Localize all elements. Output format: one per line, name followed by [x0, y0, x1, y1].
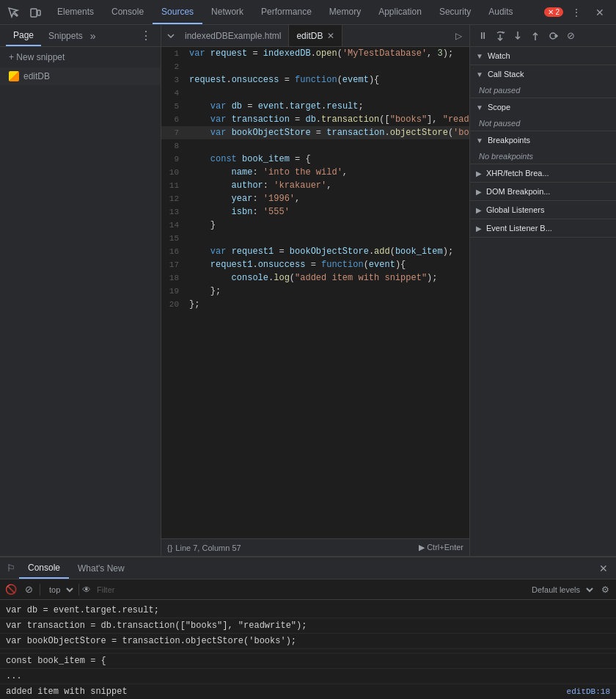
snippet-icon	[9, 71, 19, 81]
section-global: ▶ Global Listeners	[470, 201, 616, 219]
code-line-11: 11 author: 'krakauer',	[161, 179, 469, 192]
tab-audits[interactable]: Audits	[480, 0, 521, 24]
console-output[interactable]: var db = event.target.result; var transa…	[0, 600, 616, 699]
snippet-item-editdb[interactable]: editDB	[0, 67, 161, 85]
file-tab-label: indexedDBExample.html	[185, 31, 281, 41]
console-stop-button[interactable]: ⊘	[21, 582, 37, 598]
file-tab-nav-icon[interactable]	[164, 29, 177, 43]
global-label: Global Listeners	[486, 205, 545, 214]
section-scope-header[interactable]: ▼ Scope	[470, 98, 616, 116]
step-into-button[interactable]	[510, 28, 526, 44]
dom-label: DOM Breakpoin...	[486, 187, 550, 196]
code-line-19: 19 };	[161, 285, 469, 298]
tab-security[interactable]: Security	[430, 0, 480, 24]
tab-elements[interactable]: Elements	[48, 0, 103, 24]
code-line-12: 12 year: '1996',	[161, 192, 469, 205]
code-line-18: 18 console.log("added item with snippet"…	[161, 271, 469, 285]
main-tabs: Elements Console Sources Network Perform…	[48, 0, 538, 24]
format-icon[interactable]: {}	[167, 544, 172, 552]
more-tools-icon[interactable]: ⋮	[566, 2, 587, 23]
step-over-button[interactable]	[492, 28, 508, 44]
tab-application[interactable]: Application	[370, 0, 430, 24]
section-xhr-header[interactable]: ▶ XHR/fetch Brea...	[470, 164, 616, 182]
section-dom-header[interactable]: ▶ DOM Breakpoin...	[470, 183, 616, 200]
section-breakpoints-header[interactable]: ▼ Breakpoints	[470, 131, 616, 149]
right-toolbar: ⏸	[470, 25, 616, 47]
console-line-2: var transaction = db.transaction(["books…	[0, 618, 616, 634]
code-line-10: 10 name: 'into the wild',	[161, 166, 469, 179]
watch-expand-icon: ▼	[476, 52, 483, 60]
section-event-header[interactable]: ▶ Event Listener B...	[470, 219, 616, 237]
breakpoints-expand-icon: ▼	[476, 136, 483, 144]
console-line-1: var db = event.target.result;	[0, 603, 616, 618]
console-filter-input[interactable]	[92, 584, 524, 596]
console-line-5: ...	[0, 669, 616, 684]
center-area: indexedDBExample.html editDB ✕ ▷ 1 var r…	[161, 25, 469, 556]
console-level-select[interactable]: Default levels	[526, 583, 595, 596]
snippet-name: editDB	[23, 71, 50, 81]
pause-button[interactable]: ⏸	[474, 28, 491, 44]
sidebar-tab-snippets[interactable]: Snippets	[41, 26, 90, 46]
global-expand-icon: ▶	[476, 206, 482, 214]
code-line-13: 13 isbn: '555'	[161, 205, 469, 219]
top-right-controls: ✕ 2 ⋮ ✕	[538, 2, 616, 23]
tab-performance[interactable]: Performance	[252, 0, 320, 24]
step-button[interactable]	[545, 28, 561, 44]
console-close-button[interactable]: ✕	[595, 560, 612, 577]
file-tab-editdb[interactable]: editDB ✕	[289, 25, 342, 46]
run-snippet-button[interactable]: ▶ Ctrl+Enter	[419, 543, 463, 552]
console-line-4: const book_item = {	[0, 654, 616, 669]
right-panel: ⏸	[469, 25, 616, 556]
event-expand-icon: ▶	[476, 224, 482, 233]
dom-expand-icon: ▶	[476, 188, 482, 196]
callstack-label: Call Stack	[488, 70, 524, 78]
sidebar-more-icon[interactable]: »	[90, 30, 96, 42]
main-area: Page Snippets » ⋮ + New snippet editDB	[0, 25, 616, 556]
cursor-position: Line 7, Column 57	[175, 544, 241, 552]
step-out-button[interactable]	[527, 28, 543, 44]
console-area: ⚐ Console What's New ✕ 🚫 ⊘ top 👁 Default	[0, 556, 616, 699]
console-settings-button[interactable]: ⚙	[597, 582, 613, 598]
left-sidebar: Page Snippets » ⋮ + New snippet editDB	[0, 25, 161, 556]
section-watch: ▼ Watch	[470, 47, 616, 65]
console-tabs: ⚐ Console What's New ✕	[0, 557, 616, 579]
new-snippet-label: + New snippet	[9, 52, 65, 62]
sidebar-tab-page[interactable]: Page	[6, 26, 41, 46]
deactivate-breakpoints-button[interactable]: ⊘	[562, 28, 579, 44]
device-toolbar-icon[interactable]	[25, 2, 45, 23]
callstack-expand-icon: ▼	[476, 70, 483, 78]
console-icon[interactable]: ⚐	[3, 560, 19, 577]
event-label: Event Listener B...	[486, 224, 552, 233]
console-eye-icon[interactable]: 👁	[82, 585, 91, 595]
console-context-select[interactable]: top	[43, 583, 76, 596]
editor-statusbar: {} Line 7, Column 57 ▶ Ctrl+Enter	[161, 538, 469, 556]
close-devtools-icon[interactable]: ✕	[590, 2, 610, 23]
tab-network[interactable]: Network	[202, 0, 252, 24]
clear-console-button[interactable]: 🚫	[3, 582, 19, 598]
breakpoints-label: Breakpoints	[488, 136, 530, 144]
code-line-6: 6 var transaction = db.transaction(["boo…	[161, 113, 469, 126]
file-tab-indexeddbexample[interactable]: indexedDBExample.html	[177, 25, 289, 46]
section-watch-header[interactable]: ▼ Watch	[470, 47, 616, 65]
console-line-ref[interactable]: editDB:18	[567, 686, 610, 698]
tab-console[interactable]: Console	[103, 0, 153, 24]
tab-sources[interactable]: Sources	[153, 0, 202, 24]
sidebar-header: Page Snippets » ⋮	[0, 25, 161, 47]
console-line-6: added item with snippet editDB:18	[0, 684, 616, 699]
code-line-14: 14 }	[161, 219, 469, 232]
console-tab-whatsnew[interactable]: What's New	[69, 557, 133, 579]
file-tabs-nav-right[interactable]: ▷	[450, 28, 466, 44]
console-tab-console[interactable]: Console	[19, 557, 69, 579]
code-line-9: 9 const book_item = {	[161, 153, 469, 166]
tab-memory[interactable]: Memory	[320, 0, 370, 24]
watch-label: Watch	[488, 51, 510, 60]
file-tabs-right: ▷	[447, 28, 469, 44]
section-callstack-header[interactable]: ▼ Call Stack	[470, 65, 616, 83]
sidebar-menu-icon[interactable]: ⋮	[137, 27, 155, 44]
code-editor[interactable]: 1 var request = indexedDB.open('MyTestDa…	[161, 47, 469, 538]
inspect-icon[interactable]	[3, 2, 23, 23]
new-snippet-button[interactable]: + New snippet	[0, 47, 161, 67]
section-global-header[interactable]: ▶ Global Listeners	[470, 201, 616, 219]
svg-rect-0	[31, 9, 37, 17]
file-tab-close-icon[interactable]: ✕	[327, 31, 334, 41]
